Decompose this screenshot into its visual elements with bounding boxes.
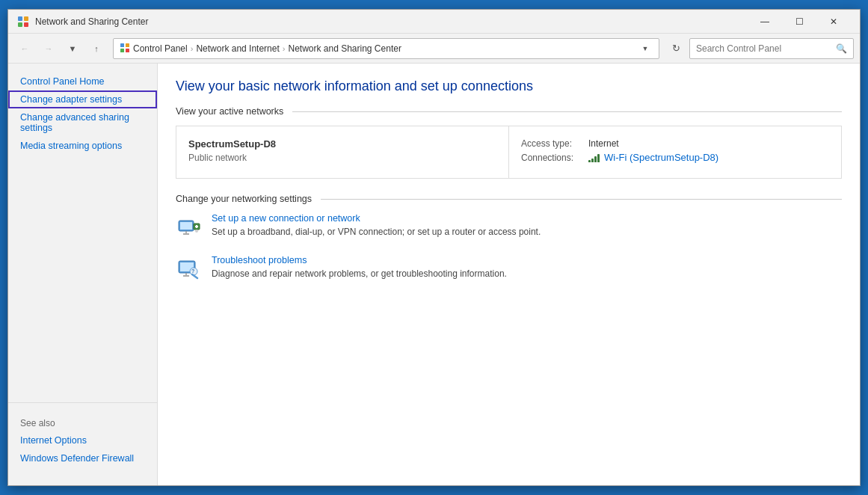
search-input[interactable] (696, 43, 836, 54)
svg-rect-2 (18, 22, 22, 27)
wifi-connection-link[interactable]: Wi-Fi (SpectrumSetup-D8) (588, 152, 718, 163)
svg-point-13 (195, 230, 198, 233)
troubleshoot-text: Troubleshoot problems Diagnose and repai… (212, 255, 842, 279)
nav-bar: ← → ▼ ↑ Control Panel › Network and Inte… (8, 34, 860, 64)
main-content: Control Panel Home Change adapter settin… (8, 64, 860, 485)
svg-rect-19 (183, 275, 189, 277)
svg-text:?: ? (191, 268, 194, 274)
access-type-row: Access type: Internet (521, 138, 829, 149)
search-icon: 🔍 (836, 43, 847, 54)
svg-rect-5 (126, 43, 129, 47)
section-divider (292, 111, 842, 112)
search-bar[interactable]: 🔍 (689, 38, 854, 59)
forward-button[interactable]: → (38, 38, 59, 59)
sidebar-main: Control Panel Home Change adapter settin… (8, 73, 157, 402)
refresh-button[interactable]: ↻ (665, 38, 686, 59)
networking-settings-header: Change your networking settings (176, 194, 842, 204)
connections-row: Connections: Wi-Fi (SpectrumSetup-D8) (521, 152, 829, 163)
window-title: Network and Sharing Center (35, 16, 748, 27)
network-right: Access type: Internet Connections: (509, 126, 841, 178)
main-window: Network and Sharing Center — ☐ ✕ ← → ▼ ↑… (7, 9, 861, 486)
title-bar: Network and Sharing Center — ☐ ✕ (8, 10, 860, 34)
new-connection-desc: Set up a broadband, dial-up, or VPN conn… (212, 227, 541, 237)
recent-pages-button[interactable]: ▼ (62, 38, 83, 59)
minimize-button[interactable]: — (748, 10, 782, 34)
cp-icon (120, 43, 130, 55)
sidebar-item-cp-home[interactable]: Control Panel Home (8, 73, 157, 90)
network-left: SpectrumSetup-D8 Public network (176, 126, 509, 178)
address-bar[interactable]: Control Panel › Network and Internet › N… (113, 38, 659, 59)
maximize-button[interactable]: ☐ (782, 10, 816, 34)
svg-rect-0 (18, 16, 22, 21)
active-networks-header: View your active networks (176, 106, 842, 117)
sidebar-item-internet-options[interactable]: Internet Options (8, 431, 157, 449)
breadcrumb-current: Network and Sharing Center (288, 43, 401, 54)
setting-new-connection: Set up a new connection or network Set u… (176, 213, 842, 240)
sidebar-item-defender-firewall[interactable]: Windows Defender Firewall (8, 449, 157, 467)
breadcrumb-control-panel[interactable]: Control Panel (133, 43, 188, 54)
new-connection-text: Set up a new connection or network Set u… (212, 213, 842, 237)
svg-rect-12 (196, 225, 197, 228)
address-dropdown-button[interactable]: ▼ (638, 39, 653, 58)
access-type-label: Access type: (521, 138, 588, 149)
troubleshoot-desc: Diagnose and repair network problems, or… (212, 268, 507, 279)
up-button[interactable]: ↑ (86, 38, 107, 59)
see-also-title: See also (8, 412, 157, 431)
sidebar: Control Panel Home Change adapter settin… (8, 64, 158, 485)
breadcrumb: Control Panel › Network and Internet › N… (133, 43, 638, 54)
sidebar-item-change-advanced[interactable]: Change advanced sharing settings (8, 108, 157, 137)
svg-rect-15 (183, 233, 189, 235)
sidebar-item-change-adapter[interactable]: Change adapter settings (8, 90, 157, 108)
setting-troubleshoot: ? Troubleshoot problems Diagnose and rep… (176, 255, 842, 282)
back-button[interactable]: ← (14, 38, 35, 59)
troubleshoot-link[interactable]: Troubleshoot problems (212, 255, 842, 265)
access-type-value: Internet (588, 138, 619, 149)
close-button[interactable]: ✕ (816, 10, 851, 34)
svg-rect-1 (24, 16, 28, 21)
content-panel: View your basic network information and … (158, 64, 860, 485)
window-controls: — ☐ ✕ (748, 10, 851, 34)
network-name: SpectrumSetup-D8 (188, 138, 496, 150)
svg-rect-4 (120, 43, 124, 47)
networking-settings-section: Set up a new connection or network Set u… (176, 213, 842, 282)
section-divider-2 (321, 199, 842, 200)
new-connection-link[interactable]: Set up a new connection or network (212, 213, 842, 224)
connections-label: Connections: (521, 153, 588, 163)
troubleshoot-icon: ? (176, 255, 203, 282)
sidebar-item-media-streaming[interactable]: Media streaming options (8, 137, 157, 155)
breadcrumb-network-internet[interactable]: Network and Internet (196, 43, 279, 54)
svg-rect-9 (180, 222, 192, 230)
app-icon (17, 16, 29, 28)
svg-rect-7 (126, 49, 129, 52)
network-type: Public network (188, 153, 496, 163)
page-title: View your basic network information and … (176, 79, 842, 94)
active-networks-label: View your active networks (176, 106, 283, 117)
networking-settings-label: Change your networking settings (176, 194, 312, 204)
sidebar-bottom: See also Internet Options Windows Defend… (8, 402, 157, 476)
svg-rect-6 (120, 49, 124, 52)
svg-rect-3 (24, 22, 28, 27)
wifi-signal-icon (588, 153, 600, 162)
wifi-link-text: Wi-Fi (SpectrumSetup-D8) (604, 152, 718, 163)
new-connection-icon (176, 213, 203, 240)
network-info-box: SpectrumSetup-D8 Public network Access t… (176, 126, 842, 179)
